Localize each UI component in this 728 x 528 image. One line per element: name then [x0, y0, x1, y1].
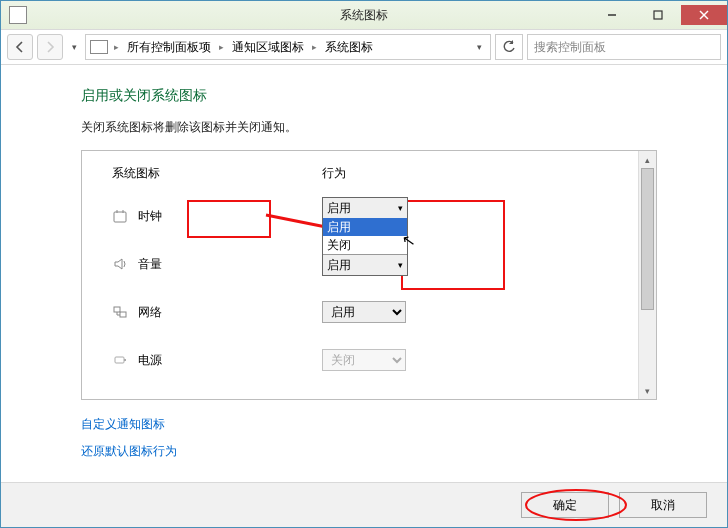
row-power-label: 电源 — [138, 352, 322, 369]
search-input[interactable]: 搜索控制面板 — [527, 34, 721, 60]
history-dropdown[interactable]: ▾ — [67, 35, 81, 59]
breadcrumb-leaf[interactable]: 系统图标 — [323, 39, 375, 56]
refresh-button[interactable] — [495, 34, 523, 60]
footer: 确定 取消 — [1, 482, 727, 527]
navbar: ▾ ▸ 所有控制面板项 ▸ 通知区域图标 ▸ 系统图标 ▾ 搜索控制面板 — [1, 29, 727, 65]
forward-button[interactable] — [37, 34, 63, 60]
row-power-combo: 关闭 — [322, 349, 406, 371]
network-icon — [112, 304, 128, 320]
page-heading: 启用或关闭系统图标 — [81, 87, 657, 105]
column-header-icon: 系统图标 — [112, 165, 322, 182]
scrollbar[interactable]: ▴ ▾ — [638, 151, 656, 399]
scroll-track[interactable] — [639, 168, 656, 382]
chevron-right-icon: ▸ — [112, 42, 121, 52]
clock-icon — [112, 208, 128, 224]
content: 启用或关闭系统图标 关闭系统图标将删除该图标并关闭通知。 系统图标 行为 时钟 — [1, 65, 727, 483]
scroll-down-icon[interactable]: ▾ — [639, 382, 656, 399]
link-restore-defaults[interactable]: 还原默认图标行为 — [81, 443, 657, 460]
cancel-button[interactable]: 取消 — [619, 492, 707, 518]
back-icon — [14, 41, 26, 53]
row-network-label: 网络 — [138, 304, 322, 321]
svg-rect-8 — [120, 312, 126, 317]
svg-rect-11 — [115, 357, 124, 363]
scroll-thumb[interactable] — [641, 168, 654, 310]
search-placeholder: 搜索控制面板 — [534, 39, 606, 56]
breadcrumb-mid[interactable]: 通知区域图标 — [230, 39, 306, 56]
refresh-icon — [502, 40, 516, 54]
row-action-center: 操作中心 — [82, 384, 639, 399]
column-header-behavior: 行为 — [322, 165, 482, 182]
row-volume-label: 音量 — [138, 256, 322, 273]
back-button[interactable] — [7, 34, 33, 60]
row-power: 电源 关闭 — [82, 336, 639, 384]
svg-rect-4 — [114, 212, 126, 222]
chevron-down-icon: ▾ — [398, 260, 403, 270]
titlebar: 系统图标 — [1, 1, 727, 29]
forward-icon — [44, 41, 56, 53]
links: 自定义通知图标 还原默认图标行为 — [81, 416, 657, 460]
power-icon — [112, 352, 128, 368]
window: 系统图标 ▾ ▸ 所有控制面板项 ▸ 通知区域图标 ▸ — [0, 0, 728, 528]
column-headers: 系统图标 行为 — [82, 151, 639, 192]
row-network: 网络 启用 — [82, 288, 639, 336]
dropdown-below-combo[interactable]: 启用 ▾ — [323, 254, 407, 275]
volume-icon — [112, 256, 128, 272]
page-subtext: 关闭系统图标将删除该图标并关闭通知。 — [81, 119, 657, 136]
row-network-combo[interactable]: 启用 — [322, 301, 406, 323]
link-customize-icons[interactable]: 自定义通知图标 — [81, 416, 657, 433]
icons-listbox: 系统图标 行为 时钟 音量 — [81, 150, 657, 400]
control-panel-icon — [90, 40, 108, 54]
clock-behavior-dropdown[interactable]: 启用 ▾ 启用 关闭 启用 ▾ — [322, 197, 408, 276]
window-title: 系统图标 — [1, 7, 727, 24]
dropdown-option-disable[interactable]: 关闭 — [323, 236, 407, 254]
svg-rect-12 — [124, 359, 126, 361]
chevron-down-icon: ▾ — [398, 203, 403, 213]
scroll-up-icon[interactable]: ▴ — [639, 151, 656, 168]
chevron-right-icon: ▸ — [310, 42, 319, 52]
svg-rect-7 — [114, 307, 120, 312]
dropdown-option-enable[interactable]: 启用 — [323, 218, 407, 236]
row-clock-label: 时钟 — [138, 208, 322, 225]
dropdown-selected[interactable]: 启用 ▾ — [323, 198, 407, 218]
ok-button[interactable]: 确定 — [521, 492, 609, 518]
chevron-right-icon: ▸ — [217, 42, 226, 52]
breadcrumb-root[interactable]: 所有控制面板项 — [125, 39, 213, 56]
address-dropdown-icon[interactable]: ▾ — [473, 42, 486, 52]
address-bar[interactable]: ▸ 所有控制面板项 ▸ 通知区域图标 ▸ 系统图标 ▾ — [85, 34, 491, 60]
